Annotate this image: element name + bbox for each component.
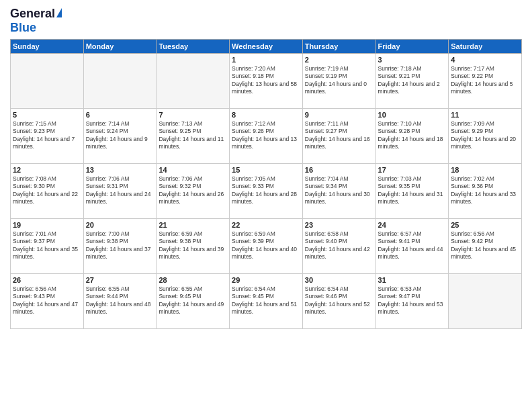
logo-blue: Blue — [10, 21, 36, 34]
day-number: 29 — [232, 276, 300, 284]
weekday-header-tuesday: Tuesday — [157, 40, 230, 54]
day-number: 31 — [378, 276, 447, 284]
day-info: Sunrise: 6:54 AMSunset: 9:45 PMDaylight:… — [232, 285, 300, 316]
weekday-header-monday: Monday — [83, 40, 157, 54]
day-info: Sunrise: 6:55 AMSunset: 9:45 PMDaylight:… — [159, 285, 227, 316]
day-info: Sunrise: 7:12 AMSunset: 9:26 PMDaylight:… — [232, 120, 300, 151]
day-info: Sunrise: 7:00 AMSunset: 9:38 PMDaylight:… — [86, 230, 154, 261]
day-number: 8 — [232, 111, 300, 119]
day-info: Sunrise: 6:55 AMSunset: 9:44 PMDaylight:… — [86, 285, 154, 316]
day-cell: 17Sunrise: 7:03 AMSunset: 9:35 PMDayligh… — [375, 164, 449, 219]
day-info: Sunrise: 7:06 AMSunset: 9:32 PMDaylight:… — [159, 175, 227, 206]
day-cell: 22Sunrise: 6:59 AMSunset: 9:39 PMDayligh… — [230, 219, 303, 274]
day-info: Sunrise: 6:59 AMSunset: 9:38 PMDaylight:… — [159, 230, 227, 261]
day-number: 30 — [305, 276, 373, 284]
day-info: Sunrise: 6:53 AMSunset: 9:47 PMDaylight:… — [378, 285, 447, 316]
day-info: Sunrise: 6:56 AMSunset: 9:43 PMDaylight:… — [13, 285, 81, 316]
day-info: Sunrise: 7:11 AMSunset: 9:27 PMDaylight:… — [305, 120, 373, 151]
day-cell: 2Sunrise: 7:19 AMSunset: 9:19 PMDaylight… — [302, 54, 375, 109]
week-row-5: 26Sunrise: 6:56 AMSunset: 9:43 PMDayligh… — [11, 274, 522, 329]
day-cell: 21Sunrise: 6:59 AMSunset: 9:38 PMDayligh… — [157, 219, 230, 274]
day-cell: 19Sunrise: 7:01 AMSunset: 9:37 PMDayligh… — [11, 219, 84, 274]
day-cell: 12Sunrise: 7:08 AMSunset: 9:30 PMDayligh… — [11, 164, 84, 219]
day-number: 11 — [451, 111, 519, 119]
day-number: 16 — [305, 166, 373, 174]
day-cell: 24Sunrise: 6:57 AMSunset: 9:41 PMDayligh… — [375, 219, 449, 274]
day-number: 13 — [86, 166, 154, 174]
week-row-4: 19Sunrise: 7:01 AMSunset: 9:37 PMDayligh… — [11, 219, 522, 274]
day-info: Sunrise: 7:03 AMSunset: 9:35 PMDaylight:… — [378, 175, 447, 206]
day-info: Sunrise: 6:56 AMSunset: 9:42 PMDaylight:… — [451, 230, 519, 261]
day-number: 19 — [13, 221, 81, 229]
weekday-header-saturday: Saturday — [449, 40, 522, 54]
day-info: Sunrise: 7:20 AMSunset: 9:18 PMDaylight:… — [232, 65, 300, 96]
weekday-header-wednesday: Wednesday — [230, 40, 303, 54]
day-number: 12 — [13, 166, 81, 174]
day-info: Sunrise: 6:59 AMSunset: 9:39 PMDaylight:… — [232, 230, 300, 261]
day-cell: 14Sunrise: 7:06 AMSunset: 9:32 PMDayligh… — [157, 164, 230, 219]
week-row-3: 12Sunrise: 7:08 AMSunset: 9:30 PMDayligh… — [11, 164, 522, 219]
day-cell: 25Sunrise: 6:56 AMSunset: 9:42 PMDayligh… — [449, 219, 522, 274]
weekday-header-thursday: Thursday — [302, 40, 375, 54]
day-cell: 13Sunrise: 7:06 AMSunset: 9:31 PMDayligh… — [83, 164, 157, 219]
day-number: 4 — [451, 56, 519, 64]
day-number: 17 — [378, 166, 447, 174]
day-number: 9 — [305, 111, 373, 119]
day-number: 14 — [159, 166, 227, 174]
weekday-header-friday: Friday — [375, 40, 449, 54]
day-info: Sunrise: 6:57 AMSunset: 9:41 PMDaylight:… — [378, 230, 447, 261]
header: General Blue — [10, 7, 522, 35]
day-cell — [11, 54, 84, 109]
day-number: 22 — [232, 221, 300, 229]
day-number: 6 — [86, 111, 154, 119]
day-cell: 28Sunrise: 6:55 AMSunset: 9:45 PMDayligh… — [157, 274, 230, 329]
day-info: Sunrise: 6:58 AMSunset: 9:40 PMDaylight:… — [305, 230, 373, 261]
day-cell: 7Sunrise: 7:13 AMSunset: 9:25 PMDaylight… — [157, 109, 230, 164]
day-info: Sunrise: 7:08 AMSunset: 9:30 PMDaylight:… — [13, 175, 81, 206]
day-info: Sunrise: 7:17 AMSunset: 9:22 PMDaylight:… — [451, 65, 519, 96]
day-number: 1 — [232, 56, 300, 64]
day-cell: 8Sunrise: 7:12 AMSunset: 9:26 PMDaylight… — [230, 109, 303, 164]
week-row-2: 5Sunrise: 7:15 AMSunset: 9:23 PMDaylight… — [11, 109, 522, 164]
day-cell: 27Sunrise: 6:55 AMSunset: 9:44 PMDayligh… — [83, 274, 157, 329]
day-info: Sunrise: 6:54 AMSunset: 9:46 PMDaylight:… — [305, 285, 373, 316]
day-number: 10 — [378, 111, 447, 119]
logo-triangle-icon — [56, 8, 62, 17]
day-number: 5 — [13, 111, 81, 119]
day-number: 2 — [305, 56, 373, 64]
logo: General Blue — [10, 7, 62, 35]
calendar-table: SundayMondayTuesdayWednesdayThursdayFrid… — [10, 39, 522, 329]
day-info: Sunrise: 7:10 AMSunset: 9:28 PMDaylight:… — [378, 120, 447, 151]
day-info: Sunrise: 7:04 AMSunset: 9:34 PMDaylight:… — [305, 175, 373, 206]
day-number: 23 — [305, 221, 373, 229]
day-cell: 20Sunrise: 7:00 AMSunset: 9:38 PMDayligh… — [83, 219, 157, 274]
day-cell: 9Sunrise: 7:11 AMSunset: 9:27 PMDaylight… — [302, 109, 375, 164]
day-cell: 3Sunrise: 7:18 AMSunset: 9:21 PMDaylight… — [375, 54, 449, 109]
logo-general: General — [10, 7, 55, 21]
day-cell: 5Sunrise: 7:15 AMSunset: 9:23 PMDaylight… — [11, 109, 84, 164]
day-cell — [83, 54, 157, 109]
week-row-1: 1Sunrise: 7:20 AMSunset: 9:18 PMDaylight… — [11, 54, 522, 109]
day-cell: 18Sunrise: 7:02 AMSunset: 9:36 PMDayligh… — [449, 164, 522, 219]
day-cell: 10Sunrise: 7:10 AMSunset: 9:28 PMDayligh… — [375, 109, 449, 164]
day-number: 25 — [451, 221, 519, 229]
day-cell: 11Sunrise: 7:09 AMSunset: 9:29 PMDayligh… — [449, 109, 522, 164]
day-info: Sunrise: 7:19 AMSunset: 9:19 PMDaylight:… — [305, 65, 373, 96]
day-cell: 30Sunrise: 6:54 AMSunset: 9:46 PMDayligh… — [302, 274, 375, 329]
day-number: 28 — [159, 276, 227, 284]
day-info: Sunrise: 7:01 AMSunset: 9:37 PMDaylight:… — [13, 230, 81, 261]
day-number: 21 — [159, 221, 227, 229]
day-info: Sunrise: 7:05 AMSunset: 9:33 PMDaylight:… — [232, 175, 300, 206]
day-info: Sunrise: 7:18 AMSunset: 9:21 PMDaylight:… — [378, 65, 447, 96]
day-number: 15 — [232, 166, 300, 174]
day-cell: 1Sunrise: 7:20 AMSunset: 9:18 PMDaylight… — [230, 54, 303, 109]
day-number: 27 — [86, 276, 154, 284]
day-info: Sunrise: 7:14 AMSunset: 9:24 PMDaylight:… — [86, 120, 154, 151]
page: General Blue SundayMondayTuesdayWednesda… — [0, 0, 532, 411]
weekday-header-row: SundayMondayTuesdayWednesdayThursdayFrid… — [11, 40, 522, 54]
day-cell: 26Sunrise: 6:56 AMSunset: 9:43 PMDayligh… — [11, 274, 84, 329]
day-number: 26 — [13, 276, 81, 284]
day-cell: 23Sunrise: 6:58 AMSunset: 9:40 PMDayligh… — [302, 219, 375, 274]
day-number: 18 — [451, 166, 519, 174]
day-info: Sunrise: 7:02 AMSunset: 9:36 PMDaylight:… — [451, 175, 519, 206]
